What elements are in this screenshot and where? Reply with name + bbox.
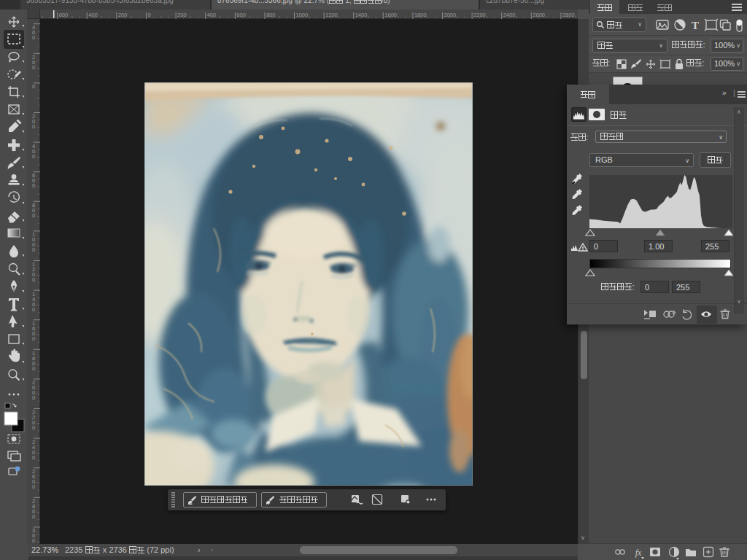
svg-text:400: 400	[88, 12, 98, 18]
svg-text:0: 0	[32, 276, 35, 283]
svg-text:600: 600	[59, 12, 69, 18]
svg-text:200: 200	[177, 12, 187, 18]
svg-text:0: 0	[32, 335, 35, 342]
svg-text:400: 400	[207, 12, 217, 18]
svg-text:0: 0	[32, 365, 35, 372]
svg-text:0: 0	[32, 153, 35, 160]
svg-text:200: 200	[118, 12, 128, 18]
svg-text:0: 0	[32, 483, 35, 490]
svg-text:0: 0	[32, 513, 35, 520]
svg-text:0: 0	[32, 246, 35, 253]
svg-text:0: 0	[32, 212, 35, 219]
svg-text:0: 0	[32, 454, 35, 461]
svg-text:0: 0	[32, 182, 35, 189]
svg-text:800: 800	[266, 12, 276, 18]
svg-text:0: 0	[32, 306, 35, 313]
svg-text:0: 0	[32, 424, 35, 431]
svg-text:0: 0	[32, 394, 35, 401]
svg-text:fx: fx	[635, 548, 642, 558]
svg-text:T: T	[692, 20, 699, 31]
svg-text:0: 0	[148, 12, 151, 18]
svg-text:0: 0	[32, 123, 35, 130]
svg-text:0: 0	[32, 34, 35, 41]
svg-text:0: 0	[32, 83, 35, 90]
svg-text:600: 600	[236, 12, 246, 18]
svg-text:0: 0	[32, 64, 35, 71]
